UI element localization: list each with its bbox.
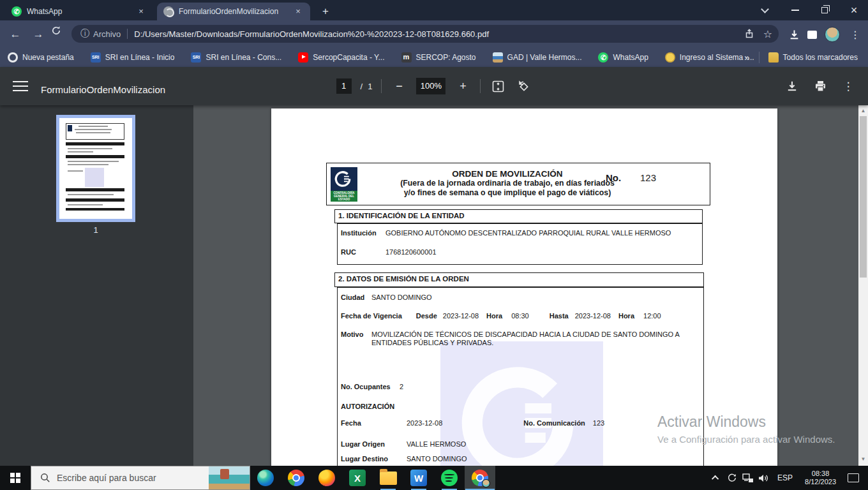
taskbar-search-box[interactable]: Escribe aquí para buscar (31, 466, 250, 490)
tray-show-hidden-icons[interactable] (708, 475, 724, 480)
fecha-value: 2023-12-08 (407, 419, 442, 427)
cge-logo-caption: CONTRALORÍA GENERAL DEL ESTADO (331, 191, 357, 202)
downloads-button[interactable] (785, 26, 803, 43)
language-indicator[interactable]: ESP (772, 473, 798, 482)
bookmark-sercop-agosto[interactable]: m SERCOP: Agosto (401, 52, 476, 63)
word-icon: W (410, 470, 427, 486)
pdf-download-button[interactable] (784, 78, 800, 94)
activate-windows-watermark: Activar Windows Ve a Configuración para … (657, 413, 835, 445)
bookmark-sri-inicio[interactable]: SRI SRI en Línea - Inicio (91, 52, 175, 63)
zoom-in-button[interactable]: + (454, 78, 471, 94)
vertical-scrollbar[interactable]: ▲ ▼ (858, 105, 868, 466)
desde-label: Desde (416, 312, 437, 320)
ciudad-label: Ciudad (341, 293, 371, 301)
pdf-document-title: FormularioOrdenMovilizacion (41, 84, 165, 95)
browser-menu-button[interactable]: ⋮ (846, 26, 864, 43)
bookmark-ingreso-sistema[interactable]: Ingreso al Sistema -... (665, 52, 754, 63)
edge-icon (257, 470, 274, 486)
download-icon (786, 80, 798, 92)
share-icon[interactable] (744, 29, 754, 39)
tab-search-chevron-icon[interactable] (752, 0, 777, 20)
thumb-line (68, 194, 114, 195)
tab-whatsapp[interactable]: ✆ WhatsApp × (5, 3, 153, 20)
bookmark-label: GAD | Valle Hermos... (507, 53, 582, 62)
pdf-more-options-button[interactable]: ⋮ (840, 78, 857, 94)
start-button[interactable] (0, 466, 31, 490)
scroll-down-arrow[interactable]: ▼ (858, 456, 868, 462)
profile-avatar[interactable] (823, 26, 841, 43)
search-highlight-image[interactable] (209, 466, 250, 489)
tab-formulario[interactable]: FormularioOrdenMovilizacion × (157, 3, 310, 20)
zoom-level-input[interactable]: 100% (416, 78, 445, 94)
destino-label: Lugar Destino (341, 455, 407, 463)
ocupantes-label: No. Ocupantes (341, 383, 400, 390)
tab-close-icon[interactable]: × (135, 6, 147, 17)
restore-button[interactable] (812, 0, 837, 20)
forward-button[interactable]: → (29, 26, 47, 43)
bookmark-star-icon[interactable]: ☆ (763, 28, 772, 40)
pdf-menu-button[interactable] (13, 81, 28, 91)
action-center-icon[interactable] (848, 473, 859, 482)
side-panel-button[interactable] (803, 26, 821, 43)
taskbar-word[interactable]: W (403, 466, 434, 490)
close-window-button[interactable]: × (841, 0, 867, 20)
destino-value: SANTO DOMINGO (407, 455, 467, 463)
form-title-block: ORDEN DE MOVILIZACIÓN (Fuera de la jorna… (373, 169, 641, 197)
tray-sync-icon[interactable] (724, 473, 740, 483)
tab-close-icon[interactable]: × (292, 6, 304, 17)
zoom-out-button[interactable]: − (391, 78, 407, 94)
pdf-print-button[interactable] (812, 78, 828, 94)
reload-icon (51, 26, 61, 36)
search-placeholder: Escribe aquí para buscar (57, 473, 156, 483)
minimize-icon (791, 10, 799, 11)
pdf-toolbar: FormularioOrdenMovilizacion 1 / 1 − 100%… (0, 67, 868, 105)
taskbar-edge[interactable] (250, 466, 281, 490)
taskbar-file-explorer[interactable] (373, 466, 403, 490)
fecha-row: Fecha 2023-12-08 No. Comunicación 123 (341, 419, 695, 427)
reload-button[interactable] (51, 26, 69, 43)
taskbar-firefox[interactable] (311, 466, 342, 490)
minimize-button[interactable] (782, 0, 808, 20)
desktop-screen: ✆ WhatsApp × FormularioOrdenMovilizacion… (0, 0, 868, 490)
bookmark-sri-consultas[interactable]: SRI SRI en Línea - Cons... (191, 52, 281, 63)
bookmark-nueva-pestana[interactable]: Nueva pestaña (8, 52, 74, 63)
page-number-input[interactable]: 1 (336, 78, 352, 94)
spotify-wave (444, 474, 454, 475)
taskbar-clock[interactable]: 08:38 8/12/2023 (798, 470, 842, 486)
taskbar-excel[interactable]: X (342, 466, 373, 490)
new-tab-button[interactable]: + (318, 4, 333, 19)
taskbar-chrome[interactable] (281, 466, 311, 490)
file-scheme-label: Archivo (93, 29, 121, 39)
ciudad-row: Ciudad SANTO DOMINGO (341, 293, 432, 301)
cge-logo: CONTRALORÍA GENERAL DEL ESTADO (331, 167, 357, 202)
back-button[interactable]: ← (6, 26, 24, 43)
url-text[interactable]: D:/Users/Master/Downloads/FormularioOrde… (134, 29, 735, 39)
bookmarks-overflow-chevron[interactable]: » (744, 52, 749, 63)
scroll-up-arrow[interactable]: ▲ (858, 105, 868, 114)
rotate-button[interactable] (515, 78, 532, 94)
all-bookmarks-button[interactable]: Todos los marcadores (768, 52, 858, 63)
activate-windows-line2: Ve a Configuración para activar Windows. (657, 434, 835, 445)
chrome-icon-center (292, 474, 300, 482)
tray-volume-icon[interactable] (756, 473, 772, 483)
bookmark-sercopcapacita[interactable]: SercopCapacita - Y... (298, 52, 384, 63)
address-bar[interactable]: ⓘ Archivo D:/Users/Master/Downloads/Form… (71, 25, 779, 43)
vigencia-label: Fecha de Vigencia (341, 312, 402, 320)
scrollbar-thumb[interactable] (860, 116, 867, 278)
section1-title: 1. IDENTIFICACIÓN DE LA ENTIDAD (334, 209, 703, 223)
page-1-thumbnail[interactable] (56, 115, 135, 222)
fit-page-button[interactable] (490, 78, 506, 94)
motivo-value: MOVILIZACIÓN DE TÉCNICOS DE DISCAPACIDAD… (371, 330, 684, 347)
sercop-icon: m (401, 52, 412, 63)
bookmark-whatsapp[interactable]: ✆ WhatsApp (598, 52, 648, 63)
thumb-line (68, 204, 103, 205)
bookmark-gad-valle-hermoso[interactable]: GAD | Valle Hermos... (493, 52, 582, 63)
site-info-icon[interactable]: ⓘ (80, 28, 89, 40)
tray-network-icon[interactable] (740, 473, 756, 483)
hora1-value: 08:30 (511, 312, 529, 320)
hamburger-icon (13, 90, 28, 91)
bookmarks-right-group: » Todos los marcadores (744, 47, 858, 67)
vigencia-row: Fecha de Vigencia Desde 2023-12-08 Hora … (341, 312, 661, 320)
taskbar-chrome-active[interactable] (465, 466, 495, 490)
taskbar-spotify[interactable] (434, 466, 465, 490)
